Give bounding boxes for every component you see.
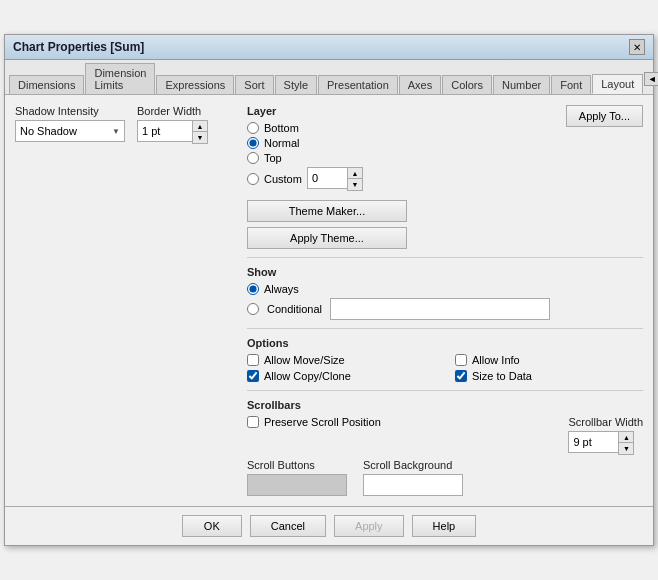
allow-move-size-label: Allow Move/Size <box>264 354 345 366</box>
custom-up[interactable]: ▲ <box>348 168 362 179</box>
window-title: Chart Properties [Sum] <box>13 40 144 54</box>
border-width-group: Border Width ▲ ▼ <box>137 105 208 144</box>
show-conditional-radio[interactable] <box>247 303 259 315</box>
tab-nav: ◄ ► <box>644 72 658 86</box>
tab-prev-button[interactable]: ◄ <box>644 72 658 86</box>
tab-bar: Dimensions Dimension Limits Expressions … <box>5 60 653 95</box>
allow-info-checkbox[interactable] <box>455 354 467 366</box>
tab-axes[interactable]: Axes <box>399 75 441 94</box>
tab-layout[interactable]: Layout <box>592 74 643 94</box>
size-to-data-row: Size to Data <box>455 370 643 382</box>
scrollbars-section: Scrollbars Preserve Scroll Position Scro… <box>247 399 643 496</box>
preserve-scroll-label: Preserve Scroll Position <box>264 416 381 428</box>
scrollbar-width-down[interactable]: ▼ <box>619 443 633 454</box>
allow-copy-clone-checkbox[interactable] <box>247 370 259 382</box>
tab-dimension-limits[interactable]: Dimension Limits <box>85 63 155 94</box>
main-window: Chart Properties [Sum] ✕ Dimensions Dime… <box>4 34 654 546</box>
layer-radio-group: Bottom Normal Top Custom <box>247 122 363 191</box>
theme-buttons: Theme Maker... Apply Theme... <box>247 200 643 249</box>
scroll-background-swatch[interactable] <box>363 474 463 496</box>
scrollbar-width-spinners: ▲ ▼ <box>618 431 634 455</box>
shadow-intensity-select[interactable]: No Shadow ▼ <box>15 120 125 142</box>
custom-value-group: ▲ ▼ <box>307 167 363 191</box>
cancel-button[interactable]: Cancel <box>250 515 326 537</box>
layer-normal-row: Normal <box>247 137 363 149</box>
apply-theme-button[interactable]: Apply Theme... <box>247 227 407 249</box>
layer-top-label: Top <box>264 152 282 164</box>
scrollbar-width-group: Scrollbar Width ▲ ▼ <box>568 416 643 455</box>
preserve-scroll-row: Preserve Scroll Position <box>247 416 381 428</box>
allow-move-size-row: Allow Move/Size <box>247 354 435 366</box>
show-conditional-label: Conditional <box>267 303 322 315</box>
scroll-buttons-group: Scroll Buttons <box>247 459 347 496</box>
preserve-scroll-checkbox[interactable] <box>247 416 259 428</box>
tab-style[interactable]: Style <box>275 75 317 94</box>
divider-3 <box>247 390 643 391</box>
close-button[interactable]: ✕ <box>629 39 645 55</box>
shadow-intensity-group: Shadow Intensity No Shadow ▼ <box>15 105 125 144</box>
custom-value-input[interactable] <box>307 167 347 189</box>
border-width-label: Border Width <box>137 105 208 117</box>
options-grid: Allow Move/Size Allow Info Allow Copy/Cl… <box>247 354 643 382</box>
show-conditional-row: Conditional <box>247 298 643 320</box>
theme-maker-button[interactable]: Theme Maker... <box>247 200 407 222</box>
help-button[interactable]: Help <box>412 515 477 537</box>
apply-button[interactable]: Apply <box>334 515 404 537</box>
divider-1 <box>247 257 643 258</box>
conditional-input[interactable] <box>330 298 550 320</box>
scroll-buttons-swatch[interactable] <box>247 474 347 496</box>
layer-top-radio[interactable] <box>247 152 259 164</box>
tab-colors[interactable]: Colors <box>442 75 492 94</box>
title-bar: Chart Properties [Sum] ✕ <box>5 35 653 60</box>
show-always-row: Always <box>247 283 643 295</box>
layer-custom-row: Custom ▲ ▼ <box>247 167 363 191</box>
layer-custom-radio[interactable] <box>247 173 259 185</box>
tab-sort[interactable]: Sort <box>235 75 273 94</box>
shadow-intensity-value: No Shadow <box>20 125 77 137</box>
allow-info-label: Allow Info <box>472 354 520 366</box>
layer-normal-radio[interactable] <box>247 137 259 149</box>
allow-copy-clone-row: Allow Copy/Clone <box>247 370 435 382</box>
shadow-intensity-label: Shadow Intensity <box>15 105 125 117</box>
tab-dimensions[interactable]: Dimensions <box>9 75 84 94</box>
shadow-dropdown-arrow: ▼ <box>112 127 120 136</box>
size-to-data-label: Size to Data <box>472 370 532 382</box>
apply-to-button[interactable]: Apply To... <box>566 105 643 127</box>
layer-bottom-label: Bottom <box>264 122 299 134</box>
scroll-background-group: Scroll Background <box>363 459 463 496</box>
options-label: Options <box>247 337 643 349</box>
tab-font[interactable]: Font <box>551 75 591 94</box>
divider-2 <box>247 328 643 329</box>
footer: OK Cancel Apply Help <box>5 506 653 545</box>
scrollbar-width-up[interactable]: ▲ <box>619 432 633 443</box>
left-panel: Shadow Intensity No Shadow ▼ Border Widt… <box>15 105 235 496</box>
custom-spinners: ▲ ▼ <box>347 167 363 191</box>
layer-section: Layer Bottom Normal Top <box>247 105 363 194</box>
show-always-radio[interactable] <box>247 283 259 295</box>
options-section: Options Allow Move/Size Allow Info Allow… <box>247 337 643 382</box>
layer-custom-label: Custom <box>264 173 302 185</box>
right-panel: Layer Bottom Normal Top <box>247 105 643 496</box>
show-label: Show <box>247 266 643 278</box>
scrollbar-width-label: Scrollbar Width <box>568 416 643 428</box>
scroll-colors-row: Scroll Buttons Scroll Background <box>247 459 643 496</box>
allow-info-row: Allow Info <box>455 354 643 366</box>
custom-down[interactable]: ▼ <box>348 179 362 190</box>
tab-presentation[interactable]: Presentation <box>318 75 398 94</box>
border-width-down[interactable]: ▼ <box>193 132 207 143</box>
layer-bottom-radio[interactable] <box>247 122 259 134</box>
layer-label: Layer <box>247 105 363 117</box>
scroll-background-label: Scroll Background <box>363 459 463 471</box>
tab-expressions[interactable]: Expressions <box>156 75 234 94</box>
scrollbar-width-input[interactable] <box>568 431 618 453</box>
tab-number[interactable]: Number <box>493 75 550 94</box>
shadow-border-group: Shadow Intensity No Shadow ▼ Border Widt… <box>15 105 235 144</box>
ok-button[interactable]: OK <box>182 515 242 537</box>
layer-apply-row: Layer Bottom Normal Top <box>247 105 643 194</box>
border-width-input-group: ▲ ▼ <box>137 120 208 144</box>
border-width-input[interactable] <box>137 120 192 142</box>
border-width-up[interactable]: ▲ <box>193 121 207 132</box>
size-to-data-checkbox[interactable] <box>455 370 467 382</box>
scrollbars-label: Scrollbars <box>247 399 643 411</box>
allow-move-size-checkbox[interactable] <box>247 354 259 366</box>
